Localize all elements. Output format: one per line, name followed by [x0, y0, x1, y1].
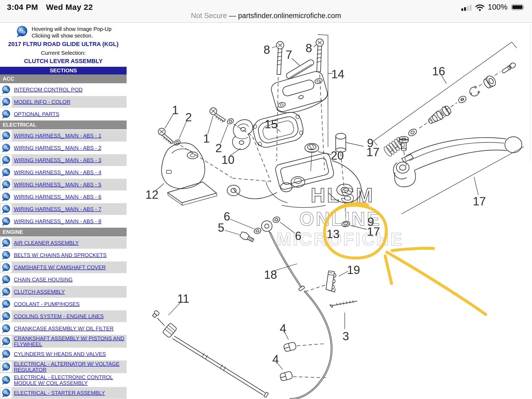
part-number-label: 4 — [280, 322, 286, 335]
wifi-icon — [475, 3, 485, 11]
part-number-label: 2 — [215, 142, 222, 155]
sidebar-item-label: CRANKCASE ASSEMBLY W/ OIL FILTER — [14, 326, 114, 331]
url-separator: — — [227, 12, 238, 20]
sidebar-item[interactable]: WIRING HARNESS_ MAIN - ABS - 3 — [0, 154, 127, 167]
part-number-label: 15 — [265, 118, 278, 131]
sidebar-item[interactable]: BELTS W/ CHAINS AND SPROCKETS — [0, 249, 127, 261]
part-number-label: 6 — [295, 229, 301, 242]
gear-bubble-icon — [1, 143, 12, 153]
sidebar-item-label: OPTIONAL PARTS — [14, 111, 59, 117]
sidebar-item[interactable]: COOLING SYSTEM - ENGINE LINES — [0, 310, 127, 323]
diaphragm-20 — [305, 143, 319, 171]
highlight-stroke-right — [392, 248, 434, 251]
sidebar-item-label: ELECTRICAL - ALTERNATOR W/ VOLTAGE REGUL… — [14, 361, 125, 373]
part-number-label: 8 — [264, 43, 270, 56]
kit-washer-1 — [408, 128, 418, 137]
sidebar-item-label: CYLINDERS W/ HEADS AND VALVES — [14, 351, 106, 357]
part-number-label: 17 — [367, 146, 380, 159]
banjo-bolt-5 — [239, 231, 255, 243]
sidebar-item-label: WIRING HARNESS_ MAIN - ABS - 1 — [14, 133, 101, 139]
sidebar-item[interactable]: ELECTRICAL - ELECTRONIC CONTROL MODULE W… — [0, 374, 127, 387]
sidebar-item[interactable]: WIRING HARNESS_ MAIN - ABS - 1 — [0, 130, 127, 142]
sidebar-item[interactable]: WIRING HARNESS_ MAIN - ABS - 5 — [0, 179, 127, 191]
gear-bubble-icon — [1, 375, 12, 385]
kit-snap-ring — [468, 85, 480, 98]
sidebar-item[interactable]: CRANKCASE ASSEMBLY W/ OIL FILTER — [0, 323, 127, 335]
status-date: Wed May 22 — [46, 3, 93, 11]
sidebar-item[interactable]: CHAIN CASE HOUSING — [0, 274, 127, 286]
sidebar-item-label: WIRING HARNESS_ MAIN - ABS - 4 — [14, 169, 101, 175]
gear-bubble-icon — [1, 311, 12, 322]
current-selection-value: CLUTCH LEVER ASSEMBLY — [0, 58, 127, 65]
parts-diagram: HLSM ONLINE MICROFICHE 87814121210151220… — [128, 22, 532, 399]
part-number-label: 19 — [347, 263, 360, 276]
sidebar-item[interactable]: MODEL INFO - COLOR — [0, 96, 127, 108]
sidebar-item[interactable]: ELECTRICAL - ALTERNATOR W/ VOLTAGE REGUL… — [0, 360, 127, 374]
gear-bubble-icon — [1, 349, 12, 359]
sections-header: SECTIONS — [0, 67, 127, 74]
hover-note-line1: Hovering will show Image Pop-Up — [32, 26, 111, 32]
part-number-label: 2 — [185, 111, 192, 124]
kit-piston — [426, 105, 452, 126]
sidebar-item-label: WIRING HARNESS_ MAIN - ABS - 3 — [14, 157, 101, 163]
gear-bubble-icon — [15, 25, 29, 38]
part-number-label: 10 — [222, 153, 235, 166]
sidebar-item[interactable]: OPTIONAL PARTS — [0, 108, 127, 120]
sidebar-item-label: WIRING HARNESS_ MAIN - ABS - 2 — [14, 145, 101, 151]
address-bar[interactable]: Not Secure — partsfinder.onlinemicrofich… — [0, 12, 532, 20]
part-number-label: 13 — [327, 227, 340, 240]
cellular-signal-icon — [461, 3, 472, 11]
battery-icon — [511, 3, 527, 11]
screw-8-right — [316, 39, 323, 72]
gear-bubble-icon — [1, 97, 12, 107]
sidebar-item[interactable]: CRANKSHAFT ASSEMBLY W/ PISTONS AND FLYWH… — [0, 335, 127, 348]
sidebar-item-label: MODEL INFO - COLOR — [14, 99, 70, 105]
section-group-header: ELECTRICAL — [0, 120, 127, 130]
url-text: partsfinder.onlinemicrofiche.com — [238, 12, 341, 20]
clip-4-upper — [283, 342, 297, 352]
gear-bubble-icon — [1, 238, 12, 248]
part-number-label: 20 — [331, 149, 344, 162]
sidebar-item[interactable]: WIRING HARNESS_ MAIN - ABS - 4 — [0, 167, 127, 179]
sidebar-item[interactable]: ELECTRICAL - STARTER ASSEMBLY — [0, 387, 127, 399]
sidebar-item[interactable]: CYLINDERS W/ HEADS AND VALVES — [0, 348, 127, 360]
gear-bubble-icon — [1, 204, 12, 214]
handlebar-clamp-10 — [232, 120, 253, 150]
part-number-label: 17 — [367, 225, 380, 238]
part-number-label: 11 — [177, 292, 189, 305]
reservoir-cover — [270, 70, 330, 117]
part-number-label: 1 — [172, 103, 178, 117]
washer-6-right — [272, 216, 280, 223]
sidebar-item[interactable]: AIR CLEANER ASSEMBLY — [0, 237, 127, 249]
gear-bubble-icon — [1, 155, 12, 165]
gear-bubble-icon — [1, 286, 12, 297]
kit-boot — [482, 74, 497, 90]
gear-bubble-icon — [1, 192, 12, 202]
section-group-header: ACC — [0, 74, 127, 84]
sidebar-item[interactable]: INTERCOM CONTROL POD — [0, 84, 127, 96]
gear-bubble-icon — [1, 109, 12, 119]
gear-bubble-icon — [1, 299, 12, 309]
sidebar-item[interactable]: CLUTCH ASSEMBLY — [0, 286, 127, 298]
sidebar-item[interactable]: WIRING HARNESS_ MAIN - ABS - 7 — [0, 203, 127, 215]
sidebar-item[interactable]: WIRING HARNESS_ MAIN - ABS - 2 — [0, 142, 127, 154]
sidebar-item[interactable]: CAMSHAFTS W/ CAMSHAFT COVER — [0, 261, 127, 274]
clutch-cable-lower — [290, 292, 332, 399]
sidebar-item[interactable]: WIRING HARNESS_ MAIN - ABS - 8 — [0, 215, 127, 228]
sidebar-item[interactable]: COOLANT - PUMP/HOSES — [0, 298, 127, 310]
lever-shroud-12 — [161, 143, 217, 205]
highlight-stroke-diagonal — [387, 252, 486, 314]
part-number-label: 14 — [331, 68, 344, 81]
highlight-stroke-down — [385, 256, 392, 284]
section-group-header: ENGINE — [0, 228, 127, 237]
gear-bubble-icon — [1, 167, 12, 178]
part-number-label: 4 — [272, 353, 279, 366]
sidebar-item-label: ELECTRICAL - ELECTRONIC CONTROL MODULE W… — [14, 374, 125, 386]
not-secure-label: Not Secure — [191, 12, 227, 20]
status-time: 3:04 PM — [7, 3, 38, 11]
sidebar-item-label: WIRING HARNESS_ MAIN - ABS - 5 — [14, 182, 101, 188]
sidebar-item-label: ELECTRICAL - STARTER ASSEMBLY — [14, 390, 105, 396]
screw-1-left — [158, 128, 173, 144]
sidebar-item[interactable]: WIRING HARNESS_ MAIN - ABS - 6 — [0, 191, 127, 203]
cable-tie-3 — [330, 301, 357, 307]
